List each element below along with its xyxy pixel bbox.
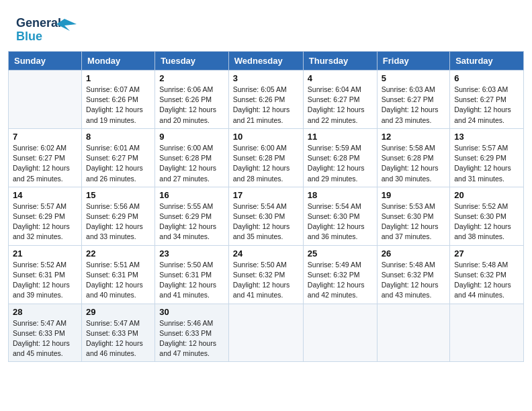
day-number: 9 xyxy=(159,132,224,142)
calendar-cell: 14Sunrise: 5:57 AM Sunset: 6:29 PM Dayli… xyxy=(9,187,82,245)
page-header: General Blue xyxy=(0,0,532,51)
day-number: 1 xyxy=(86,73,150,83)
day-info: Sunrise: 5:52 AM Sunset: 6:30 PM Dayligh… xyxy=(454,201,519,242)
day-info: Sunrise: 5:57 AM Sunset: 6:29 PM Dayligh… xyxy=(13,201,77,242)
day-info: Sunrise: 6:05 AM Sunset: 6:26 PM Dayligh… xyxy=(233,85,299,126)
day-number: 26 xyxy=(382,248,445,259)
calendar-cell: 19Sunrise: 5:53 AM Sunset: 6:30 PM Dayli… xyxy=(377,187,449,245)
calendar-table: SundayMondayTuesdayWednesdayThursdayFrid… xyxy=(8,51,524,362)
calendar-cell xyxy=(450,304,524,362)
day-info: Sunrise: 6:00 AM Sunset: 6:28 PM Dayligh… xyxy=(233,143,299,184)
day-info: Sunrise: 5:55 AM Sunset: 6:29 PM Dayligh… xyxy=(159,201,224,242)
day-info: Sunrise: 5:57 AM Sunset: 6:29 PM Dayligh… xyxy=(454,143,519,184)
calendar-week-row: 7Sunrise: 6:02 AM Sunset: 6:27 PM Daylig… xyxy=(9,128,524,187)
calendar-cell: 7Sunrise: 6:02 AM Sunset: 6:27 PM Daylig… xyxy=(9,128,82,187)
calendar-cell: 5Sunrise: 6:03 AM Sunset: 6:27 PM Daylig… xyxy=(377,71,449,129)
calendar-cell xyxy=(377,304,449,362)
day-info: Sunrise: 6:03 AM Sunset: 6:27 PM Dayligh… xyxy=(454,85,519,126)
calendar-cell: 25Sunrise: 5:49 AM Sunset: 6:32 PM Dayli… xyxy=(303,245,377,304)
day-number: 27 xyxy=(454,248,519,259)
calendar-cell: 15Sunrise: 5:56 AM Sunset: 6:29 PM Dayli… xyxy=(82,187,155,245)
calendar-cell: 20Sunrise: 5:52 AM Sunset: 6:30 PM Dayli… xyxy=(450,187,524,245)
day-number: 25 xyxy=(308,248,373,259)
calendar-week-row: 28Sunrise: 5:47 AM Sunset: 6:33 PM Dayli… xyxy=(9,304,524,362)
weekday-header-friday: Friday xyxy=(377,52,449,71)
day-number: 10 xyxy=(233,132,299,142)
day-number: 22 xyxy=(86,248,150,259)
day-info: Sunrise: 5:48 AM Sunset: 6:32 PM Dayligh… xyxy=(382,260,445,301)
calendar-cell: 11Sunrise: 5:59 AM Sunset: 6:28 PM Dayli… xyxy=(303,128,377,187)
day-number: 5 xyxy=(382,73,445,83)
day-info: Sunrise: 5:52 AM Sunset: 6:31 PM Dayligh… xyxy=(13,260,77,301)
weekday-header-thursday: Thursday xyxy=(303,52,377,71)
day-info: Sunrise: 5:53 AM Sunset: 6:30 PM Dayligh… xyxy=(382,201,445,242)
day-number: 11 xyxy=(308,132,373,142)
calendar-cell: 8Sunrise: 6:01 AM Sunset: 6:27 PM Daylig… xyxy=(82,128,155,187)
weekday-header-wednesday: Wednesday xyxy=(228,52,303,71)
calendar-cell: 12Sunrise: 5:58 AM Sunset: 6:28 PM Dayli… xyxy=(377,128,449,187)
calendar-cell: 27Sunrise: 5:48 AM Sunset: 6:32 PM Dayli… xyxy=(450,245,524,304)
day-number: 4 xyxy=(308,73,373,83)
calendar-cell: 21Sunrise: 5:52 AM Sunset: 6:31 PM Dayli… xyxy=(9,245,82,304)
day-number: 24 xyxy=(233,248,299,259)
calendar-cell: 28Sunrise: 5:47 AM Sunset: 6:33 PM Dayli… xyxy=(9,304,82,362)
day-info: Sunrise: 5:51 AM Sunset: 6:31 PM Dayligh… xyxy=(86,260,150,301)
day-info: Sunrise: 5:59 AM Sunset: 6:28 PM Dayligh… xyxy=(308,143,373,184)
weekday-header-saturday: Saturday xyxy=(450,52,524,71)
calendar-cell: 13Sunrise: 5:57 AM Sunset: 6:29 PM Dayli… xyxy=(450,128,524,187)
day-info: Sunrise: 6:01 AM Sunset: 6:27 PM Dayligh… xyxy=(86,143,150,184)
calendar-cell: 16Sunrise: 5:55 AM Sunset: 6:29 PM Dayli… xyxy=(155,187,228,245)
day-info: Sunrise: 5:50 AM Sunset: 6:32 PM Dayligh… xyxy=(233,260,299,301)
day-info: Sunrise: 5:49 AM Sunset: 6:32 PM Dayligh… xyxy=(308,260,373,301)
calendar-cell: 4Sunrise: 6:04 AM Sunset: 6:27 PM Daylig… xyxy=(303,71,377,129)
day-number: 21 xyxy=(13,248,77,259)
day-info: Sunrise: 5:50 AM Sunset: 6:31 PM Dayligh… xyxy=(159,260,224,301)
calendar-cell: 17Sunrise: 5:54 AM Sunset: 6:30 PM Dayli… xyxy=(228,187,303,245)
day-info: Sunrise: 5:58 AM Sunset: 6:28 PM Dayligh… xyxy=(382,143,445,184)
calendar-cell: 2Sunrise: 6:06 AM Sunset: 6:26 PM Daylig… xyxy=(155,71,228,129)
day-number: 15 xyxy=(86,190,150,200)
day-number: 2 xyxy=(159,73,224,83)
day-number: 8 xyxy=(86,132,150,142)
day-info: Sunrise: 5:54 AM Sunset: 6:30 PM Dayligh… xyxy=(308,201,373,242)
calendar-cell: 24Sunrise: 5:50 AM Sunset: 6:32 PM Dayli… xyxy=(228,245,303,304)
calendar-cell: 3Sunrise: 6:05 AM Sunset: 6:26 PM Daylig… xyxy=(228,71,303,129)
calendar-cell: 29Sunrise: 5:47 AM Sunset: 6:33 PM Dayli… xyxy=(82,304,155,362)
day-number: 19 xyxy=(382,190,445,200)
day-number: 30 xyxy=(159,307,224,317)
day-number: 20 xyxy=(454,190,519,200)
day-number: 18 xyxy=(308,190,373,200)
day-info: Sunrise: 6:02 AM Sunset: 6:27 PM Dayligh… xyxy=(13,143,77,184)
calendar-week-row: 1Sunrise: 6:07 AM Sunset: 6:26 PM Daylig… xyxy=(9,71,524,129)
day-number: 7 xyxy=(13,132,77,142)
calendar-cell: 1Sunrise: 6:07 AM Sunset: 6:26 PM Daylig… xyxy=(82,71,155,129)
day-info: Sunrise: 5:54 AM Sunset: 6:30 PM Dayligh… xyxy=(233,201,299,242)
weekday-header-tuesday: Tuesday xyxy=(155,52,228,71)
calendar-cell: 23Sunrise: 5:50 AM Sunset: 6:31 PM Dayli… xyxy=(155,245,228,304)
day-number: 17 xyxy=(233,190,299,200)
day-info: Sunrise: 6:06 AM Sunset: 6:26 PM Dayligh… xyxy=(159,85,224,126)
logo: General Blue xyxy=(16,12,77,46)
calendar-cell: 9Sunrise: 6:00 AM Sunset: 6:28 PM Daylig… xyxy=(155,128,228,187)
svg-text:General: General xyxy=(16,16,61,30)
calendar-week-row: 14Sunrise: 5:57 AM Sunset: 6:29 PM Dayli… xyxy=(9,187,524,245)
calendar-wrap: SundayMondayTuesdayWednesdayThursdayFrid… xyxy=(0,51,532,370)
calendar-header-row: SundayMondayTuesdayWednesdayThursdayFrid… xyxy=(9,52,524,71)
weekday-header-sunday: Sunday xyxy=(9,52,82,71)
calendar-cell: 30Sunrise: 5:46 AM Sunset: 6:33 PM Dayli… xyxy=(155,304,228,362)
calendar-cell xyxy=(228,304,303,362)
day-info: Sunrise: 6:04 AM Sunset: 6:27 PM Dayligh… xyxy=(308,85,373,126)
day-number: 14 xyxy=(13,190,77,200)
day-number: 29 xyxy=(86,307,150,317)
calendar-week-row: 21Sunrise: 5:52 AM Sunset: 6:31 PM Dayli… xyxy=(9,245,524,304)
day-info: Sunrise: 5:47 AM Sunset: 6:33 PM Dayligh… xyxy=(86,318,150,359)
day-info: Sunrise: 6:00 AM Sunset: 6:28 PM Dayligh… xyxy=(159,143,224,184)
calendar-cell: 10Sunrise: 6:00 AM Sunset: 6:28 PM Dayli… xyxy=(228,128,303,187)
day-info: Sunrise: 5:56 AM Sunset: 6:29 PM Dayligh… xyxy=(86,201,150,242)
calendar-cell xyxy=(9,71,82,129)
calendar-cell: 22Sunrise: 5:51 AM Sunset: 6:31 PM Dayli… xyxy=(82,245,155,304)
calendar-cell: 6Sunrise: 6:03 AM Sunset: 6:27 PM Daylig… xyxy=(450,71,524,129)
day-info: Sunrise: 6:03 AM Sunset: 6:27 PM Dayligh… xyxy=(382,85,445,126)
day-number: 12 xyxy=(382,132,445,142)
day-number: 13 xyxy=(454,132,519,142)
